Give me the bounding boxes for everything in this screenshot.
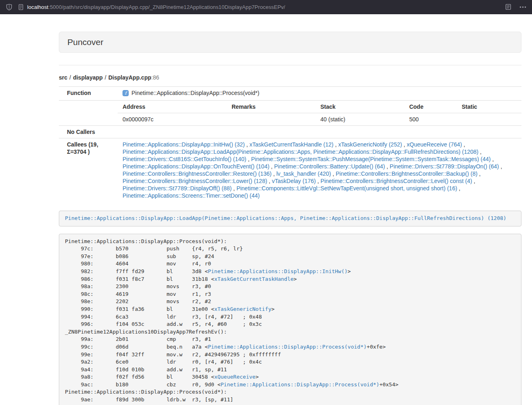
toolbar-actions: [505, 4, 526, 10]
callee-link[interactable]: Pinetime::Components::LittleVgl::SetNewT…: [237, 185, 457, 192]
callee-link[interactable]: Pinetime::Applications::DisplayApp::Load…: [123, 149, 478, 155]
function-row: Function f Pinetime::Applications::Displ…: [59, 87, 521, 101]
column-address: Address: [118, 101, 227, 113]
callee-link[interactable]: xQueueReceive (764): [407, 141, 462, 148]
highlighted-symbol-link[interactable]: Pinetime::Applications::DisplayApp::Load…: [65, 215, 506, 221]
disassembly-symbol-link[interactable]: Pinetime::Applications::DisplayApp::Proc…: [221, 381, 379, 388]
url-path: :5000/path/src/displayapp/DisplayApp.cpp…: [48, 4, 285, 10]
disassembly-symbol-link[interactable]: xTaskGetCurrentTaskHandle: [214, 276, 294, 282]
breadcrumb-link-file[interactable]: DisplayApp.cpp: [108, 74, 151, 81]
disassembly-code: Pinetime::Applications::DisplayApp::Proc…: [65, 238, 398, 405]
url-text: localhost:5000/path/src/displayapp/Displ…: [27, 4, 285, 10]
column-remarks: Remarks: [227, 101, 316, 113]
reader-view-icon[interactable]: [505, 4, 511, 10]
callee-link[interactable]: Pinetime::Drivers::St7789::DisplayOff() …: [123, 185, 232, 192]
remarks-value: [227, 113, 316, 126]
url-bar[interactable]: localhost:5000/path/src/displayapp/Displ…: [18, 4, 285, 10]
address-value: 0x0000097c: [118, 113, 227, 126]
disassembly-block: Pinetime::Applications::DisplayApp::Proc…: [59, 234, 521, 405]
disassembly-symbol-link[interactable]: Pinetime::Applications::DisplayApp::Init…: [208, 268, 347, 274]
callees-list: Pinetime::Applications::DisplayApp::Init…: [123, 141, 502, 199]
callee-link[interactable]: Pinetime::Drivers::Cst816S::GetTouchInfo…: [123, 156, 246, 162]
callee-link[interactable]: vTaskDelay (176): [272, 178, 316, 184]
callee-link[interactable]: xTaskGetCurrentTaskHandle (12): [250, 141, 334, 148]
no-callers-label: No Callers: [59, 126, 118, 138]
disassembly-symbol-link[interactable]: Pinetime::Applications::DisplayApp::Proc…: [208, 344, 366, 350]
callee-link[interactable]: Pinetime::Applications::DisplayApp::OnTo…: [123, 163, 269, 170]
column-code: Code: [404, 101, 457, 113]
function-icon: f: [123, 90, 129, 98]
menu-icon[interactable]: [519, 6, 526, 8]
static-value: [457, 113, 521, 126]
details-table: Address Remarks Stack Code Static 0x0000…: [118, 101, 521, 125]
callee-link[interactable]: xTaskGenericNotify (252): [338, 141, 402, 148]
column-stack: Stack: [316, 101, 405, 113]
callee-link[interactable]: Pinetime::Controllers::BrightnessControl…: [123, 178, 267, 184]
symbol-table: Function f Pinetime::Applications::Displ…: [59, 86, 521, 202]
breadcrumb-line-number: :86: [151, 74, 159, 81]
browser-toolbar: localhost:5000/path/src/displayapp/Displ…: [0, 0, 532, 14]
highlighted-symbol-block: Pinetime::Applications::DisplayApp::Load…: [59, 211, 521, 226]
callee-link[interactable]: Pinetime::Controllers::Battery::Update()…: [274, 163, 385, 170]
disassembly-symbol-link[interactable]: xQueueReceive: [214, 374, 256, 380]
divider: [59, 65, 521, 65]
function-label: Function: [59, 87, 118, 101]
breadcrumb: src/displayapp/DisplayApp.cpp:86: [59, 74, 521, 81]
column-static: Static: [457, 101, 521, 113]
callee-link[interactable]: Pinetime::Controllers::BrightnessControl…: [321, 178, 472, 184]
no-callers-row: No Callers: [59, 126, 521, 138]
page-title: Puncover: [59, 32, 521, 53]
callee-link[interactable]: Pinetime::Drivers::St7789::DisplayOn() (…: [390, 163, 499, 170]
shield-icon[interactable]: [6, 4, 13, 11]
breadcrumb-link-src[interactable]: src: [59, 74, 67, 81]
details-value-row: 0x0000097c 40 (static) 500: [118, 113, 521, 126]
stack-value: 40 (static): [316, 113, 405, 126]
callee-link[interactable]: lv_task_handler (420): [276, 170, 331, 177]
details-header-row: Address Remarks Stack Code Static: [118, 101, 521, 113]
callee-link[interactable]: Pinetime::Controllers::BrightnessControl…: [123, 170, 271, 177]
callee-link[interactable]: Pinetime::Applications::Screens::Timer::…: [123, 192, 260, 199]
disassembly-symbol-link[interactable]: xTaskGenericNotify: [214, 306, 271, 312]
breadcrumb-link-displayapp[interactable]: displayapp: [73, 74, 103, 81]
url-host: localhost: [27, 4, 48, 10]
callee-link[interactable]: Pinetime::Controllers::BrightnessControl…: [336, 170, 477, 177]
callee-link[interactable]: Pinetime::System::SystemTask::PushMessag…: [251, 156, 491, 162]
code-value: 500: [404, 113, 457, 126]
page-icon: [18, 4, 24, 10]
function-name: Pinetime::Applications::DisplayApp::Proc…: [131, 90, 259, 96]
callees-label: Callees (19, Σ=3704 ): [59, 138, 118, 202]
details-row: Address Remarks Stack Code Static 0x0000…: [59, 101, 521, 126]
page-container: Puncover src/displayapp/DisplayApp.cpp:8…: [59, 32, 521, 405]
breadcrumb-separator: /: [69, 74, 71, 81]
callees-row: Callees (19, Σ=3704 ) Pinetime::Applicat…: [59, 138, 521, 202]
callee-link[interactable]: Pinetime::Applications::DisplayApp::Init…: [123, 141, 245, 148]
breadcrumb-separator: /: [105, 74, 106, 81]
